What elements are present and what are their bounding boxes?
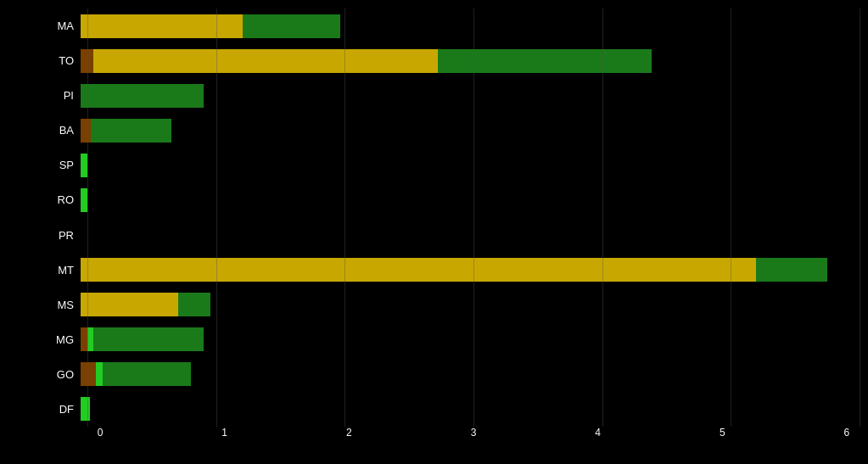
bar-track (81, 84, 860, 108)
bar-track (81, 223, 860, 247)
bar-row: MG (51, 324, 860, 355)
x-axis-tick: 2 (336, 427, 361, 439)
bar-segment (81, 49, 93, 73)
x-axis-tick: 6 (834, 427, 860, 439)
bar-row: DF (51, 394, 860, 424)
bar-track (81, 258, 860, 282)
bar-label: MA (51, 20, 81, 32)
bar-label: BA (51, 124, 81, 137)
x-axis: 0123456 (81, 427, 860, 439)
bar-segment (81, 84, 204, 108)
bar-label: PI (51, 89, 81, 102)
x-axis-tick: 5 (709, 427, 735, 439)
x-axis-tick: 4 (585, 427, 611, 439)
bar-row: MT (51, 254, 860, 285)
bar-row: BA (51, 115, 860, 146)
bar-segment (81, 188, 87, 212)
bar-label: MS (51, 299, 81, 311)
bar-label: RO (51, 193, 81, 206)
bar-track (81, 14, 860, 38)
bar-track (81, 293, 860, 316)
grid-line (860, 8, 860, 427)
bar-segment (103, 362, 191, 386)
bar-segment (178, 293, 210, 316)
chart-area: MATOPIBASPROPRMTMSMGGODF (51, 8, 860, 427)
x-axis-tick: 1 (212, 427, 238, 439)
bar-label: MT (51, 264, 81, 277)
bar-segment (81, 362, 96, 386)
bar-row: MS (51, 289, 860, 320)
bar-segment (91, 119, 171, 143)
bar-segment (81, 258, 756, 282)
bar-track (81, 188, 860, 212)
bar-segment (81, 397, 90, 421)
x-axis-tick: 3 (461, 427, 486, 439)
bar-label: GO (51, 368, 81, 381)
bar-segment (96, 362, 103, 386)
bar-track (81, 397, 860, 421)
bar-track (81, 119, 860, 143)
bar-label: DF (51, 403, 81, 416)
bar-segment (81, 327, 87, 351)
bar-segment (81, 293, 178, 316)
bar-track (81, 49, 860, 73)
bar-track (81, 327, 860, 351)
bar-segment (87, 327, 94, 351)
bar-row: TO (51, 46, 860, 76)
bar-track (81, 362, 860, 386)
bar-segment (243, 14, 340, 38)
bar-row: GO (51, 359, 860, 389)
bar-segment (93, 327, 204, 351)
bar-row: PR (51, 220, 860, 250)
bar-segment (756, 258, 827, 282)
bar-segment (81, 154, 87, 177)
bar-label: PR (51, 229, 81, 242)
bar-label: MG (51, 333, 81, 346)
x-axis-tick: 0 (87, 427, 113, 439)
bar-row: RO (51, 185, 860, 215)
bar-label: SP (51, 159, 81, 171)
bar-segment (81, 119, 91, 143)
bar-row: SP (51, 150, 860, 181)
bar-row: MA (51, 11, 860, 42)
bar-segment (438, 49, 652, 73)
chart-container: MATOPIBASPROPRMTMSMGGODF 0123456 (0, 0, 868, 464)
bar-track (81, 154, 860, 177)
bar-label: TO (51, 54, 81, 67)
bar-row: PI (51, 81, 860, 111)
bar-segment (81, 14, 243, 38)
bar-segment (93, 49, 437, 73)
